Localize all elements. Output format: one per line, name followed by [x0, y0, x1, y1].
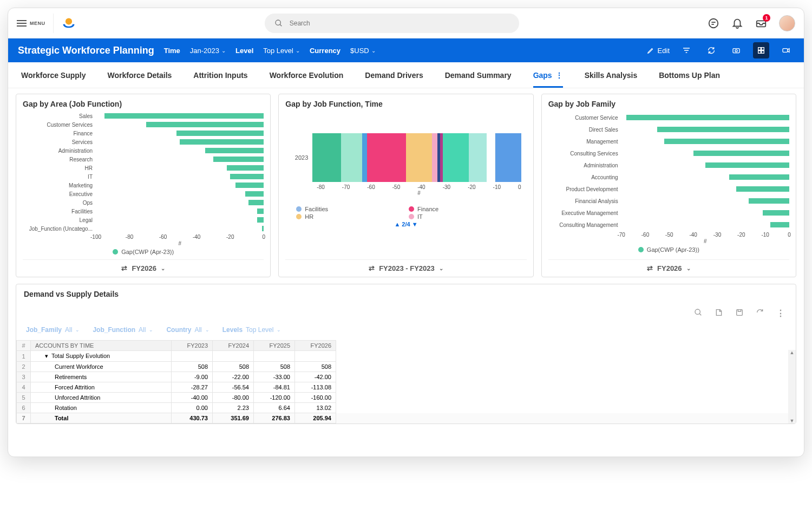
account-cell[interactable]: Total [31, 413, 172, 424]
grid-view-icon[interactable] [753, 42, 769, 58]
bar[interactable] [227, 165, 264, 171]
menu-button[interactable]: MENU [17, 20, 45, 27]
stacked-segment[interactable] [495, 133, 521, 182]
value-cell[interactable]: 508 [213, 362, 254, 372]
value-cell[interactable]: -56.54 [213, 382, 254, 393]
bar[interactable] [257, 209, 264, 214]
value-cell[interactable]: 351.69 [213, 413, 254, 424]
bar[interactable] [248, 200, 264, 205]
value-cell[interactable]: -113.08 [295, 382, 336, 393]
bell-icon[interactable] [731, 17, 743, 29]
tab-workforce-details[interactable]: Workforce Details [108, 63, 172, 87]
value-cell[interactable]: -33.00 [254, 372, 295, 382]
value-cell[interactable]: 0.00 [172, 403, 213, 413]
bar[interactable] [213, 157, 264, 162]
value-cell[interactable] [254, 351, 295, 362]
kebab-icon[interactable]: ⋮ [776, 308, 785, 318]
export-icon[interactable] [715, 308, 723, 317]
stacked-segment[interactable] [443, 133, 469, 182]
bar[interactable] [235, 183, 264, 188]
inbox-icon[interactable]: 1 [755, 17, 767, 29]
value-cell[interactable]: -22.00 [213, 372, 254, 382]
tab-workforce-supply[interactable]: Workforce Supply [21, 63, 86, 87]
video-icon[interactable] [778, 42, 794, 58]
tab-bottoms-up-plan[interactable]: Bottoms Up Plan [659, 63, 720, 87]
col-header[interactable]: FY2023 [172, 341, 213, 351]
bar[interactable] [146, 122, 264, 127]
edit-button[interactable]: Edit [647, 47, 670, 55]
expand-icon[interactable]: ▾ [45, 353, 48, 359]
chat-icon[interactable] [708, 17, 719, 29]
scrollbar-vertical[interactable]: ▲▼ [788, 350, 796, 424]
value-cell[interactable]: 276.83 [254, 413, 295, 424]
refresh-icon[interactable] [703, 42, 719, 58]
value-cell[interactable]: -42.00 [295, 372, 336, 382]
tab-options-icon[interactable]: ⋮ [555, 71, 563, 80]
value-cell[interactable]: -84.81 [254, 382, 295, 393]
value-cell[interactable]: -28.27 [172, 382, 213, 393]
legend-pager[interactable]: ▲ 2/4 ▼ [285, 221, 526, 227]
bar[interactable] [664, 139, 789, 144]
bar[interactable] [262, 226, 264, 231]
account-cell[interactable]: Unforced Attrition [31, 393, 172, 403]
card-footer-selector[interactable]: ⇄ FY2026 ⌄ [23, 259, 264, 273]
stacked-segment[interactable] [432, 133, 437, 182]
stacked-segment[interactable] [406, 133, 432, 182]
bar[interactable] [705, 162, 789, 168]
stacked-segment[interactable] [362, 133, 368, 182]
account-cell[interactable]: Forced Attrition [31, 382, 172, 393]
filter-job_family[interactable]: Job_FamilyAll⌄ [26, 326, 80, 334]
account-cell[interactable]: Current Workforce [31, 362, 172, 372]
value-cell[interactable]: -120.00 [254, 393, 295, 403]
refresh-icon[interactable] [756, 308, 764, 317]
tab-gaps[interactable]: Gaps⋮ [533, 63, 563, 87]
card-footer-selector[interactable]: ⇄ FY2026 ⌄ [548, 259, 789, 273]
value-cell[interactable] [172, 351, 213, 362]
filter-levels[interactable]: LevelsTop Level⌄ [222, 326, 281, 334]
bar[interactable] [180, 139, 264, 145]
stacked-segment[interactable] [341, 133, 362, 182]
value-cell[interactable]: 13.02 [295, 403, 336, 413]
value-cell[interactable]: 508 [295, 362, 336, 372]
col-header[interactable]: FY2026 [295, 341, 336, 351]
bar[interactable] [245, 191, 264, 197]
col-header[interactable]: FY2025 [254, 341, 295, 351]
value-cell[interactable] [213, 351, 254, 362]
account-cell[interactable]: ▾Total Supply Evolution [31, 351, 172, 362]
filter-job_function[interactable]: Job_FunctionAll⌄ [93, 326, 153, 334]
tab-skills-analysis[interactable]: Skills Analysis [585, 63, 638, 87]
account-cell[interactable]: Retirements [31, 372, 172, 382]
card-footer-selector[interactable]: ⇄ FY2023 - FY2023 ⌄ [285, 259, 526, 273]
value-cell[interactable]: 6.64 [254, 403, 295, 413]
value-cell[interactable]: 508 [172, 362, 213, 372]
value-cell[interactable]: -80.00 [213, 393, 254, 403]
avatar[interactable] [779, 15, 795, 31]
search-box[interactable] [265, 14, 519, 33]
currency-selector[interactable]: $USD⌄ [350, 47, 376, 55]
tab-attrition-inputs[interactable]: Attrition Inputs [193, 63, 247, 87]
bar[interactable] [657, 127, 789, 132]
col-header[interactable]: FY2024 [213, 341, 254, 351]
stacked-segment[interactable] [312, 133, 341, 182]
level-selector[interactable]: Top Level⌄ [263, 47, 300, 55]
bar[interactable] [176, 131, 264, 136]
search-icon[interactable] [694, 308, 703, 317]
value-cell[interactable]: 508 [254, 362, 295, 372]
bar[interactable] [257, 217, 264, 223]
search-input[interactable] [290, 19, 509, 27]
account-cell[interactable]: Rotation [31, 403, 172, 413]
value-cell[interactable]: 2.23 [213, 403, 254, 413]
tab-workforce-evolution[interactable]: Workforce Evolution [270, 63, 344, 87]
col-header[interactable]: # [17, 341, 31, 351]
tab-demand-drivers[interactable]: Demand Drivers [365, 63, 423, 87]
filter-icon[interactable] [678, 42, 695, 58]
bar[interactable] [626, 115, 789, 120]
value-cell[interactable]: -40.00 [172, 393, 213, 403]
value-cell[interactable]: 430.73 [172, 413, 213, 424]
time-selector[interactable]: Jan-2023⌄ [190, 47, 226, 55]
bar[interactable] [104, 113, 264, 119]
stacked-segment[interactable] [469, 133, 487, 182]
col-header[interactable]: ACCOUNTS BY TIME [31, 341, 172, 351]
bar[interactable] [693, 151, 789, 156]
filter-country[interactable]: CountryAll⌄ [166, 326, 209, 334]
